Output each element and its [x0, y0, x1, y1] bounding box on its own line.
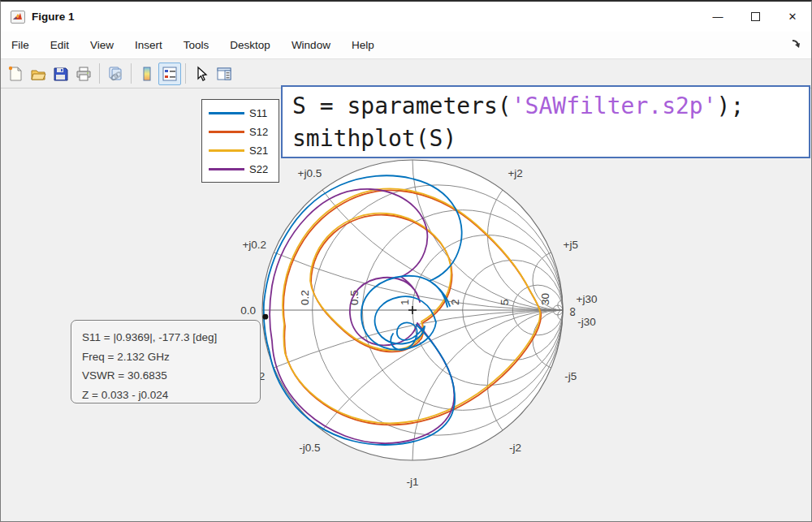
menu-edit[interactable]: Edit [50, 37, 70, 53]
legend-line-s12 [209, 131, 244, 132]
title-bar: Figure 1 — ✕ [1, 2, 811, 32]
svg-text:-j5: -j5 [564, 370, 577, 382]
svg-text:0.2: 0.2 [299, 290, 311, 305]
menu-window[interactable]: Window [291, 37, 331, 53]
arrow-cursor-icon [193, 66, 209, 82]
legend-line-s22 [209, 168, 244, 170]
svg-text:-j30: -j30 [577, 316, 596, 328]
dock-figure-icon[interactable] [790, 37, 803, 50]
datatip-z-line: Z = 0.033 - j0.024 [82, 386, 250, 405]
svg-text:-j0.5: -j0.5 [299, 442, 320, 454]
close-button[interactable]: ✕ [774, 2, 811, 32]
data-tip[interactable]: S11 = |0.9369|, -177.3 [deg] Freq = 2.13… [71, 320, 261, 403]
property-editor-icon [216, 66, 232, 82]
legend-label: S12 [249, 126, 268, 138]
open-file-button[interactable] [27, 63, 50, 85]
svg-text:+j2: +j2 [508, 167, 522, 179]
menu-tools[interactable]: Tools [183, 37, 210, 53]
legend-icon [162, 66, 178, 82]
svg-text:+j0.2: +j0.2 [242, 239, 266, 251]
svg-text:-j2: -j2 [509, 442, 521, 454]
legend-label: S11 [249, 107, 267, 119]
menu-desktop[interactable]: Desktop [229, 37, 271, 53]
print-figure-button[interactable] [72, 63, 95, 85]
menu-help[interactable]: Help [351, 37, 375, 53]
colorbar-icon [139, 66, 155, 82]
toolbar-separator [99, 63, 100, 84]
toolbar-separator [185, 63, 186, 84]
svg-text:2: 2 [449, 299, 461, 305]
toolbar-separator [131, 63, 132, 84]
svg-text:∞: ∞ [565, 307, 579, 316]
datatip-freq-line: Freq = 2.132 GHz [82, 347, 250, 367]
menu-view[interactable]: View [89, 37, 114, 53]
svg-text:+j30: +j30 [577, 293, 598, 305]
code-annotation-box[interactable]: S = sparameters('SAWfilter.s2p'); smithp… [281, 85, 810, 158]
legend-line-s21 [209, 149, 244, 151]
legend-entry-s21[interactable]: S21 [209, 141, 274, 160]
svg-text:+j0.5: +j0.5 [298, 167, 322, 179]
window-title: Figure 1 [32, 11, 75, 23]
property-inspector-button[interactable] [213, 63, 235, 85]
svg-text:1: 1 [399, 299, 411, 305]
printer-icon [76, 66, 92, 82]
datatip-s11-line: S11 = |0.9369|, -177.3 [deg] [82, 328, 250, 347]
menu-bar: File Edit View Insert Tools Desktop Wind… [1, 32, 811, 58]
svg-text:-j1: -j1 [406, 476, 418, 488]
svg-text:0.0: 0.0 [240, 304, 256, 317]
code-string-literal: 'SAWfilter.s2p' [512, 93, 717, 119]
svg-text:+j5: +j5 [564, 239, 578, 251]
menu-file[interactable]: File [11, 37, 30, 53]
matlab-app-icon [11, 11, 25, 24]
plot-legend[interactable]: S11 S12 S21 S22 [201, 99, 279, 183]
code-line-1: S = sparameters('SAWfilter.s2p'); [292, 90, 809, 123]
svg-text:0.5: 0.5 [348, 290, 361, 305]
link-plot-button[interactable] [104, 63, 127, 85]
link-plot-icon [107, 66, 123, 82]
insert-legend-button[interactable] [158, 63, 181, 85]
legend-entry-s11[interactable]: S11 [209, 104, 274, 123]
legend-line-s11 [209, 112, 244, 114]
open-folder-icon [30, 66, 46, 82]
save-figure-button[interactable] [50, 63, 72, 85]
save-floppy-icon [53, 66, 69, 82]
svg-text:5: 5 [499, 299, 511, 305]
new-document-icon [7, 66, 24, 82]
legend-entry-s12[interactable]: S12 [209, 123, 274, 141]
new-figure-button[interactable] [4, 63, 27, 85]
legend-label: S21 [249, 145, 268, 157]
window-chrome: Figure 1 — ✕ File Edit View Insert Tools… [1, 2, 811, 88]
maximize-icon [751, 12, 760, 21]
code-line-2: smithplot(S) [292, 123, 809, 155]
minimize-button[interactable]: — [699, 2, 736, 32]
datatip-vswr-line: VSWR = 30.6835 [82, 366, 250, 386]
legend-entry-s22[interactable]: S22 [209, 160, 274, 179]
insert-colorbar-button[interactable] [136, 63, 158, 85]
figure-toolbar [1, 58, 811, 88]
menu-insert[interactable]: Insert [134, 37, 163, 53]
maximize-button[interactable] [736, 2, 774, 32]
svg-text:30: 30 [539, 293, 551, 305]
legend-label: S22 [249, 163, 268, 175]
edit-plot-button[interactable] [190, 63, 213, 85]
